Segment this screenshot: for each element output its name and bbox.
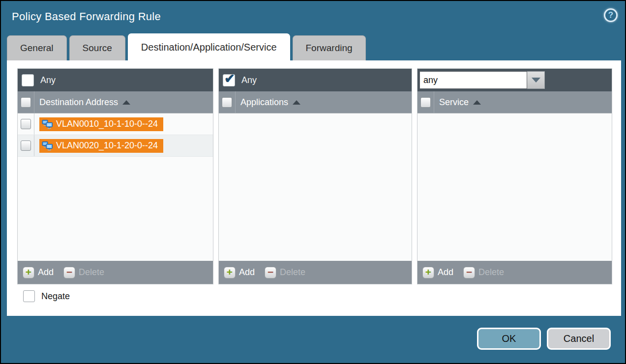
chevron-down-icon xyxy=(532,78,540,83)
destination-any-bar: Any xyxy=(18,69,213,91)
delete-button-label: Delete xyxy=(280,267,305,278)
destination-select-all-cell xyxy=(18,91,34,113)
add-button[interactable]: + Add xyxy=(23,267,54,279)
network-address-icon xyxy=(42,141,53,151)
row-checkbox[interactable] xyxy=(21,140,31,151)
applications-select-all-checkbox[interactable] xyxy=(222,97,232,108)
applications-any-checkbox[interactable] xyxy=(223,74,235,86)
destination-list: VLAN0010_10-1-10-0--24 xyxy=(18,113,213,261)
row-checkbox-cell xyxy=(18,113,34,135)
service-dropdown-value[interactable]: any xyxy=(419,71,527,89)
sort-ascending-icon xyxy=(473,100,481,105)
negate-row: Negate xyxy=(23,290,621,302)
service-panel-footer: + Add − Delete xyxy=(417,261,612,284)
destination-any-checkbox[interactable] xyxy=(22,74,34,86)
help-icon[interactable]: ? xyxy=(604,8,618,22)
panels-container: Any Destination Address xyxy=(7,60,621,284)
applications-panel-footer: + Add − Delete xyxy=(219,261,412,284)
table-row[interactable]: VLAN0020_10-1-20-0--24 xyxy=(18,135,213,157)
delete-button[interactable]: − Delete xyxy=(265,267,305,279)
service-list xyxy=(417,113,612,261)
destination-select-all-checkbox[interactable] xyxy=(21,97,31,108)
delete-button[interactable]: − Delete xyxy=(63,267,104,279)
service-column-title: Service xyxy=(439,97,469,108)
table-row[interactable]: VLAN0010_10-1-10-0--24 xyxy=(18,113,213,135)
destination-address-panel: Any Destination Address xyxy=(17,68,213,284)
address-object-badge[interactable]: VLAN0020_10-1-20-0--24 xyxy=(39,139,163,153)
add-button-label: Add xyxy=(239,267,255,278)
tab-content: Any Destination Address xyxy=(7,60,621,316)
destination-column-title: Destination Address xyxy=(39,97,118,108)
dialog-title: Policy Based Forwarding Rule xyxy=(12,10,161,23)
tab-destination-application-service[interactable]: Destination/Application/Service xyxy=(128,33,290,60)
dialog-actions: OK Cancel xyxy=(477,328,611,350)
address-object-label: VLAN0010_10-1-10-0--24 xyxy=(56,119,158,129)
service-column-header[interactable]: Service xyxy=(417,91,612,113)
service-dropdown-button[interactable] xyxy=(527,71,545,89)
pbf-rule-dialog: Policy Based Forwarding Rule ? General S… xyxy=(0,0,626,364)
ok-button[interactable]: OK xyxy=(477,328,541,350)
network-address-icon xyxy=(42,119,53,129)
sort-ascending-icon xyxy=(293,100,300,105)
minus-icon: − xyxy=(63,267,75,279)
delete-button-label: Delete xyxy=(79,267,104,278)
applications-panel: Any Applications + Add − Delete xyxy=(218,68,412,284)
applications-any-label: Any xyxy=(241,75,257,85)
row-checkbox-cell xyxy=(18,135,34,156)
add-button[interactable]: + Add xyxy=(224,267,255,279)
cancel-button[interactable]: Cancel xyxy=(547,328,611,350)
minus-icon: − xyxy=(463,267,475,279)
row-checkbox[interactable] xyxy=(21,119,31,129)
add-button[interactable]: + Add xyxy=(422,267,453,279)
applications-column-title: Applications xyxy=(240,97,288,108)
sort-ascending-icon xyxy=(122,100,130,105)
destination-panel-footer: + Add − Delete xyxy=(18,261,213,284)
applications-any-bar: Any xyxy=(219,69,412,91)
delete-button[interactable]: − Delete xyxy=(463,267,504,279)
plus-icon: + xyxy=(422,267,434,279)
service-panel: any Service + Add − xyxy=(417,68,612,284)
applications-list xyxy=(219,113,412,261)
add-button-label: Add xyxy=(38,267,54,278)
tab-bar: General Source Destination/Application/S… xyxy=(7,33,366,60)
applications-select-all-cell xyxy=(219,91,236,113)
negate-label: Negate xyxy=(41,291,70,302)
applications-column-header[interactable]: Applications xyxy=(219,91,412,113)
service-dropdown-bar: any xyxy=(417,69,612,91)
service-dropdown: any xyxy=(419,71,545,89)
service-select-all-cell xyxy=(417,91,434,113)
destination-any-label: Any xyxy=(40,75,56,85)
add-button-label: Add xyxy=(438,267,453,278)
plus-icon: + xyxy=(224,267,236,279)
tab-general[interactable]: General xyxy=(7,35,67,60)
negate-checkbox[interactable] xyxy=(23,290,35,302)
destination-column-header[interactable]: Destination Address xyxy=(18,91,213,113)
tab-source[interactable]: Source xyxy=(69,35,125,60)
service-select-all-checkbox[interactable] xyxy=(420,97,431,108)
address-object-badge[interactable]: VLAN0010_10-1-10-0--24 xyxy=(39,117,163,131)
minus-icon: − xyxy=(265,267,276,279)
tab-forwarding[interactable]: Forwarding xyxy=(293,35,366,60)
address-object-label: VLAN0020_10-1-20-0--24 xyxy=(56,140,158,151)
plus-icon: + xyxy=(23,267,34,279)
delete-button-label: Delete xyxy=(478,267,504,278)
